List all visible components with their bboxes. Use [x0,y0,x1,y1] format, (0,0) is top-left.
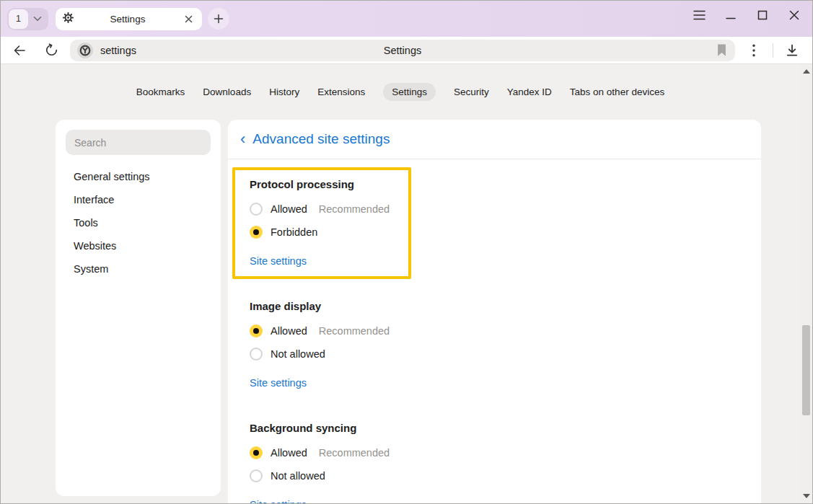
radio-selected-icon[interactable] [250,446,263,459]
nav-item-yandex-id[interactable]: Yandex ID [507,83,552,101]
radio-selected-icon[interactable] [250,324,263,337]
back-to-settings-header[interactable]: ‹ Advanced site settings [228,120,761,159]
window-controls [688,4,805,26]
tab-settings[interactable]: Settings [56,8,202,30]
kebab-menu-icon[interactable] [744,40,764,61]
section-image-display: Image display Allowed Recommended Not al… [250,299,761,390]
radio-option-allowed[interactable]: Allowed Recommended [250,444,761,461]
radio-option-allowed[interactable]: Allowed Recommended [250,322,761,339]
nav-item-settings[interactable]: Settings [383,83,436,101]
settings-page: Bookmarks Downloads History Extensions S… [1,64,812,503]
radio-option-allowed[interactable]: Allowed Recommended [250,200,394,217]
radio-option-not-allowed[interactable]: Not allowed [250,467,761,484]
option-label: Allowed [271,325,307,337]
gear-icon [63,12,74,26]
nav-item-bookmarks[interactable]: Bookmarks [136,83,185,101]
recommended-badge: Recommended [319,325,390,337]
sidebar-item-system[interactable]: System [56,257,221,280]
option-label: Allowed [271,203,307,215]
new-tab-button[interactable] [208,8,229,30]
vertical-scrollbar[interactable] [800,64,812,503]
nav-item-history[interactable]: History [269,83,299,101]
toolbar: settings Settings [1,37,812,64]
sidebar-item-tools[interactable]: Tools [56,211,221,234]
section-background-syncing: Background syncing Allowed Recommended N… [250,421,761,503]
nav-item-downloads[interactable]: Downloads [203,83,251,101]
section-title: Background syncing [250,421,761,435]
section-title: Image display [250,299,761,313]
back-icon[interactable] [9,40,30,61]
section-title: Protocol processing [250,177,394,191]
recommended-badge: Recommended [319,447,390,459]
sidebar-item-general-settings[interactable]: General settings [56,165,221,188]
reload-icon[interactable] [41,40,61,61]
search-box[interactable] [66,130,211,155]
settings-nav: Bookmarks Downloads History Extensions S… [1,83,800,101]
radio-unselected-icon[interactable] [250,203,263,216]
sidebar-item-websites[interactable]: Websites [56,234,221,257]
sidebar-item-interface[interactable]: Interface [56,188,221,211]
radio-unselected-icon[interactable] [250,348,263,361]
sidebar-list: General settings Interface Tools Website… [56,165,221,280]
scroll-up-icon[interactable] [800,69,812,74]
site-favicon-icon [77,43,93,58]
site-settings-link[interactable]: Site settings [250,376,307,390]
main-panel: ‹ Advanced site settings Protocol proces… [228,120,761,503]
option-label: Allowed [271,447,307,459]
option-label: Not allowed [271,348,325,360]
recommended-badge: Recommended [319,203,390,215]
bookmark-icon[interactable] [717,44,726,59]
scroll-down-icon[interactable] [800,494,812,498]
radio-option-not-allowed[interactable]: Not allowed [250,345,761,362]
chevron-down-icon[interactable] [28,16,47,22]
option-label: Not allowed [271,470,325,482]
scrollbar-thumb[interactable] [802,325,810,415]
nav-item-extensions[interactable]: Extensions [317,83,365,101]
maximize-icon[interactable] [752,4,773,26]
option-label: Forbidden [271,226,317,238]
site-settings-link[interactable]: Site settings [250,254,307,268]
address-bar[interactable]: settings Settings [70,40,735,61]
page-section-title[interactable]: Advanced site settings [252,131,390,147]
browser-window: 1 Settings [0,0,813,504]
search-input[interactable] [66,137,211,149]
radio-unselected-icon[interactable] [250,469,263,482]
tab-close-icon[interactable] [182,12,195,25]
settings-sections: Protocol processing Allowed Recommended … [228,159,761,503]
section-protocol-processing: Protocol processing Allowed Recommended … [232,167,411,279]
downloads-icon[interactable] [782,40,802,61]
radio-selected-icon[interactable] [250,226,263,239]
tab-group-count-badge[interactable]: 1 [9,9,28,29]
close-icon[interactable] [783,4,805,26]
tab-group-button[interactable]: 1 [7,8,48,30]
menu-icon[interactable] [688,4,710,26]
minimize-icon[interactable] [720,4,742,26]
tab-title: Settings [74,14,182,25]
toolbar-divider [773,43,773,58]
back-chevron-icon[interactable]: ‹ [240,131,245,147]
settings-sidebar: General settings Interface Tools Website… [56,120,221,496]
radio-option-forbidden[interactable]: Forbidden [250,224,394,240]
nav-item-tabs-other-devices[interactable]: Tabs on other devices [570,83,664,101]
titlebar: 1 Settings [1,1,812,37]
page-title: Settings [70,45,735,56]
nav-item-security[interactable]: Security [454,83,489,101]
site-settings-link[interactable]: Site settings [250,498,307,503]
url-text[interactable]: settings [100,45,136,56]
